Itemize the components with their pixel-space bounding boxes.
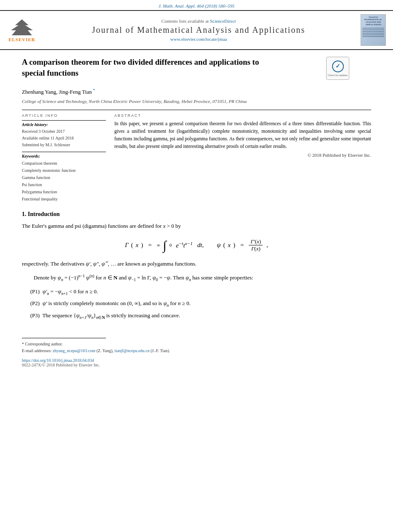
- affiliation: College of Science and Technology, North…: [22, 98, 371, 105]
- integral-lower: 0: [169, 242, 172, 248]
- check-updates-box[interactable]: Check for updates: [326, 57, 349, 80]
- keyword-5: Polygamma function: [22, 188, 106, 195]
- citation-text: J. Math. Anal. Appl. 464 (2018) 580–595: [158, 3, 235, 8]
- formula-gamma-psi: Γ ( x ) = ∞ ∫ 0 e−ttx−1 dt,: [22, 238, 371, 252]
- top-citation: J. Math. Anal. Appl. 464 (2018) 580–595: [0, 0, 393, 10]
- formula-content: Γ ( x ) = ∞ ∫ 0 e−ttx−1 dt,: [125, 238, 268, 252]
- email2-link[interactable]: tianjf@ncepu.edu.cn: [115, 348, 150, 353]
- received-line: Received 3 October 2017: [22, 128, 106, 135]
- corresponding-star: *: [92, 87, 95, 92]
- keywords-title: Keywords:: [22, 154, 106, 158]
- submitted-line: Submitted by M.J. Schlosser: [22, 142, 106, 148]
- property-p3: (P3) The sequence {ψn+1/ψn}n∈N is strict…: [30, 311, 371, 321]
- article-info-abstract: ARTICLE INFO Article history: Received 3…: [22, 110, 371, 203]
- authors-line: Zhenhang Yang, Jing-Feng Tian *: [22, 87, 371, 95]
- keyword-3: Gamma function: [22, 174, 106, 181]
- journal-url: www.elsevier.com/locate/jmaa: [170, 37, 227, 42]
- keyword-2: Completely monotonic function: [22, 167, 106, 174]
- authors-text: Zhenhang Yang, Jing-Feng Tian *: [22, 89, 95, 95]
- check-updates-icon: [332, 61, 344, 72]
- introduction-heading: 1. Introduction: [22, 211, 371, 218]
- introduction-section: 1. Introduction The Euler's gamma and ps…: [22, 211, 371, 321]
- journal-center: Contents lists available at ScienceDirec…: [44, 14, 353, 46]
- check-updates-label: Check for updates: [328, 74, 348, 76]
- journal-thumb: Journal ofMATHEMATICALANALYSIS ANDAPPLIC…: [361, 14, 386, 46]
- keyword-4: Psi function: [22, 181, 106, 188]
- doi-link[interactable]: https://doi.org/10.1016/j.jmaa.2018.04.0…: [22, 358, 94, 363]
- sciencedirect-line: Contents lists available at ScienceDirec…: [161, 18, 236, 24]
- doi-line: https://doi.org/10.1016/j.jmaa.2018.04.0…: [22, 358, 371, 363]
- abstract-col: ABSTRACT In this paper, we present a gen…: [114, 113, 371, 203]
- issn-line: 0022-247X/© 2018 Published by Elsevier I…: [22, 363, 371, 367]
- page: J. Math. Anal. Appl. 464 (2018) 580–595 …: [0, 0, 393, 532]
- property-p2: (P2) ψ′ is strictly completely monotonic…: [30, 299, 371, 309]
- available-line: Available online 11 April 2018: [22, 135, 106, 142]
- properties-list: (P1) ψ′n = −ψn+1 < 0 for n ≥ 0. (P2) ψ′ …: [30, 287, 371, 321]
- elsevier-logo-block: ELSEVIER: [5, 14, 39, 46]
- intro-para2: respectively. The derivatives ψ′, ψ″, ψ‴…: [22, 260, 371, 269]
- elsevier-brand-text: ELSEVIER: [8, 37, 35, 42]
- footnote-divider: [22, 338, 106, 338]
- corresponding-note: * Corresponding author.: [22, 341, 371, 348]
- keyword-6: Functional inequality: [22, 195, 106, 203]
- paper-title: A comparison theorem for two divided dif…: [22, 57, 266, 78]
- elsevier-tree-svg: [8, 18, 36, 36]
- sciencedirect-link[interactable]: ScienceDirect: [210, 18, 236, 24]
- email1-link[interactable]: zhyang_ncepu@163.com: [53, 348, 95, 353]
- abstract-label: ABSTRACT: [114, 113, 371, 118]
- article-history-title: Article history:: [22, 122, 106, 127]
- psi-fraction: Γ′(x) Γ(x): [249, 238, 263, 252]
- journal-logo-right: Journal ofMATHEMATICALANALYSIS ANDAPPLIC…: [359, 14, 388, 46]
- main-content: A comparison theorem for two divided dif…: [0, 50, 393, 376]
- email-line: E-mail addresses: zhyang_ncepu@163.com (…: [22, 348, 371, 354]
- paper-title-row: A comparison theorem for two divided dif…: [22, 57, 371, 83]
- copyright-line: © 2018 Published by Elsevier Inc.: [114, 153, 371, 158]
- article-info-label: ARTICLE INFO: [22, 113, 106, 118]
- integral-symbol: ∫: [163, 240, 166, 251]
- journal-header: ELSEVIER Contents lists available at Sci…: [0, 10, 393, 50]
- integral-upper: ∞: [157, 242, 160, 248]
- footnotes-section: * Corresponding author. E-mail addresses…: [22, 338, 371, 367]
- article-info-col: ARTICLE INFO Article history: Received 3…: [22, 113, 106, 203]
- abstract-text: In this paper, we present a general comp…: [114, 120, 371, 150]
- article-history-block: Article history: Received 3 October 2017…: [22, 120, 106, 148]
- keyword-1: Comparison theorem: [22, 160, 106, 167]
- property-p1: (P1) ψ′n = −ψn+1 < 0 for n ≥ 0.: [30, 287, 371, 297]
- journal-title-header: Journal of Mathematical Analysis and App…: [92, 25, 305, 35]
- intro-para1: The Euler's gamma and psi (digamma) func…: [22, 222, 371, 231]
- intro-para3: Denote by ψn = (−1)n−1 ψ(n) for n ∈ N an…: [22, 273, 371, 283]
- keywords-block: Keywords: Comparison theorem Completely …: [22, 152, 106, 203]
